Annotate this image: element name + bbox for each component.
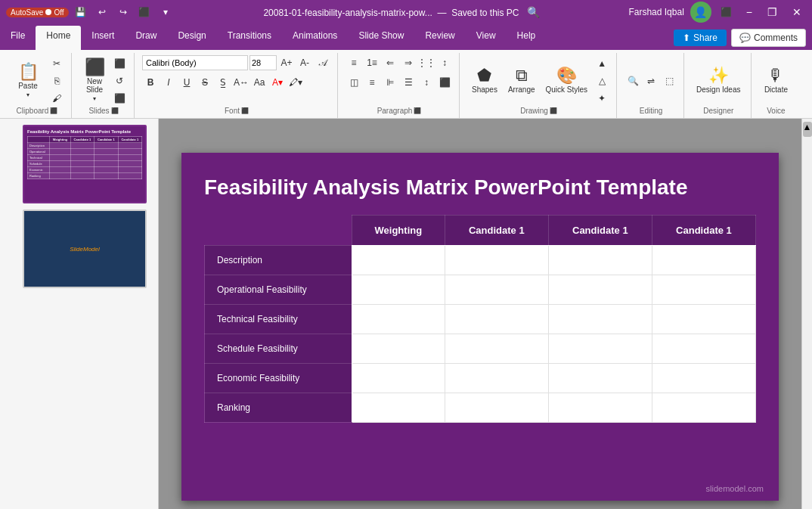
dictate-button[interactable]: 🎙 Dictate [760,64,792,97]
minimize-button[interactable]: − [742,5,757,20]
row-cell[interactable] [352,363,445,393]
row-cell[interactable] [445,334,548,363]
paste-button[interactable]: 📋 Paste ▾ [9,61,47,101]
presentation-view-icon[interactable]: ⬛ [135,3,153,21]
tab-transitions[interactable]: Transitions [217,26,282,50]
row-cell[interactable] [652,275,755,304]
new-slide-button[interactable]: ⬛ NewSlide ▾ [79,56,110,105]
redo-button[interactable]: ↪ [114,3,132,21]
bold-button[interactable]: B [142,74,159,91]
shape-effects-button[interactable]: ✦ [594,90,610,107]
slide-reset-button[interactable]: ↺ [111,73,128,89]
slide-1-thumbnail[interactable]: Feasibility Analysis Matrix PowerPoint T… [23,125,147,203]
columns-button[interactable]: ⋮⋮ [418,54,435,71]
align-center-button[interactable]: ≡ [364,74,380,91]
customize-quick-access-icon[interactable]: ▾ [157,3,175,21]
row-cell[interactable] [352,393,445,422]
scroll-bar[interactable]: ▲ ▼ [801,119,812,509]
indent-decrease-button[interactable]: ⇐ [382,54,398,71]
quick-styles-button[interactable]: 🎨 Quick Styles [541,64,593,97]
autosave-toggle[interactable]: AutoSave Off [6,8,69,17]
row-cell[interactable] [445,275,548,304]
tab-help[interactable]: Help [507,26,547,50]
close-button[interactable]: ✕ [788,5,806,20]
underline-button[interactable]: U [178,74,195,91]
justify-button[interactable]: ☰ [400,74,417,91]
align-left-button[interactable]: ◫ [346,74,362,91]
font-case-button[interactable]: Aa [251,74,268,91]
row-cell[interactable] [548,393,652,422]
row-cell[interactable] [548,334,652,363]
paragraph-expand-icon[interactable]: ⬛ [414,107,421,114]
font-expand-icon[interactable]: ⬛ [241,107,249,114]
row-cell[interactable] [652,334,755,363]
row-cell[interactable] [445,304,548,334]
user-avatar[interactable]: 👤 [690,2,711,23]
arrange-button[interactable]: ⧉ Arrange [504,64,540,97]
strikethrough-button[interactable]: S [197,74,213,91]
char-spacing-button[interactable]: A↔ [233,74,249,91]
font-color-button[interactable]: A▾ [269,74,286,91]
bullets-button[interactable]: ≡ [346,54,362,71]
cut-button[interactable]: ✂ [48,55,65,72]
copy-button[interactable]: ⎘ [48,73,65,89]
tab-slideshow[interactable]: Slide Show [348,26,414,50]
row-cell[interactable] [352,334,445,363]
row-label-schedule[interactable]: Schedule Feasibility [205,334,352,363]
drawing-expand-icon[interactable]: ⬛ [550,107,557,114]
comments-button[interactable]: 💬 Comments [731,29,806,47]
find-button[interactable]: 🔍 [624,73,641,89]
clipboard-expand-icon[interactable]: ⬛ [50,107,57,114]
row-cell[interactable] [652,393,755,422]
font-name-input[interactable] [142,55,248,70]
row-label-operational[interactable]: Operational Feasibility [205,275,352,304]
replace-button[interactable]: ⇌ [643,73,659,89]
italic-button[interactable]: I [160,74,177,91]
row-label-economic[interactable]: Economic Feasibility [205,363,352,393]
decrease-font-size-button[interactable]: A- [296,54,313,71]
tab-design[interactable]: Design [167,26,216,50]
clear-formatting-button[interactable]: 𝒜 [315,54,331,71]
row-cell[interactable] [352,275,445,304]
row-label-technical[interactable]: Technical Feasibility [205,304,352,334]
new-slide-dropdown-icon[interactable]: ▾ [93,95,96,102]
highlight-color-button[interactable]: 🖍▾ [287,74,304,91]
numbering-button[interactable]: 1≡ [364,54,380,71]
shape-fill-button[interactable]: ▲ [594,55,610,72]
increase-font-size-button[interactable]: A+ [278,54,295,71]
slide-title[interactable]: Feasibility Analysis Matrix PowerPoint T… [204,175,756,200]
shape-outline-button[interactable]: △ [594,73,610,89]
search-icon[interactable]: 🔍 [527,6,540,18]
slide-layout-button[interactable]: ⬛ [111,55,128,72]
smart-art-button[interactable]: ⬛ [436,74,453,91]
canvas-area[interactable]: Feasibility Analysis Matrix PowerPoint T… [159,119,801,509]
scroll-up-button[interactable]: ▲ [803,122,812,137]
row-cell[interactable] [445,245,548,275]
row-cell[interactable] [352,245,445,275]
row-cell[interactable] [445,393,548,422]
indent-increase-button[interactable]: ⇒ [400,54,417,71]
tab-home[interactable]: Home [36,26,81,50]
slide-canvas[interactable]: Feasibility Analysis Matrix PowerPoint T… [181,153,779,501]
tab-file[interactable]: File [0,26,36,50]
shapes-button[interactable]: ⬟ Shapes [467,64,502,97]
undo-button[interactable]: ↩ [93,3,111,21]
tab-draw[interactable]: Draw [125,26,167,50]
row-cell[interactable] [548,363,652,393]
row-label-ranking[interactable]: Ranking [205,393,352,422]
row-cell[interactable] [548,275,652,304]
text-direction-button[interactable]: ↕ [436,54,453,71]
align-right-button[interactable]: ⊫ [382,74,398,91]
text-shadow-button[interactable]: S̲ [215,74,231,91]
font-size-input[interactable] [249,55,277,70]
line-spacing-button[interactable]: ↕ [418,74,435,91]
slide-2-thumbnail[interactable]: SlideModel [23,209,147,288]
select-button[interactable]: ⬚ [661,73,677,89]
row-cell[interactable] [652,363,755,393]
design-ideas-button[interactable]: ✨ Design Ideas [692,64,745,97]
row-cell[interactable] [652,304,755,334]
slide-section-button[interactable]: ⬛ [111,90,128,107]
row-cell[interactable] [652,245,755,275]
restore-button[interactable]: ❐ [763,5,782,20]
share-button[interactable]: ⬆ Share [674,29,727,46]
